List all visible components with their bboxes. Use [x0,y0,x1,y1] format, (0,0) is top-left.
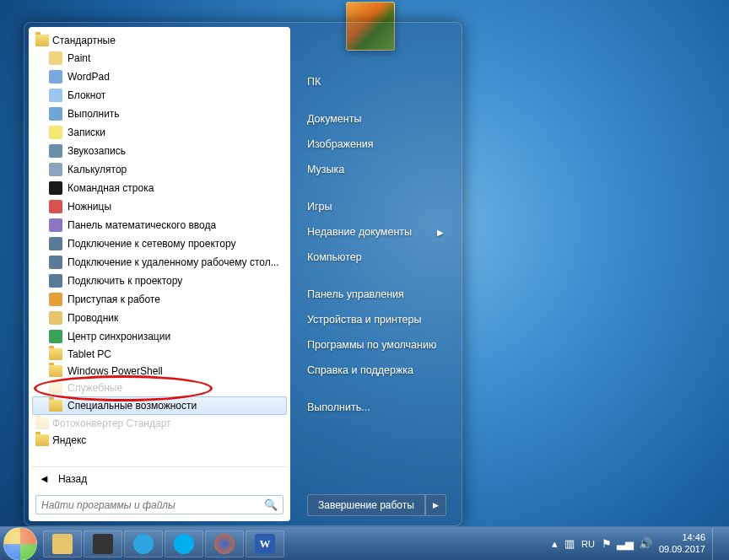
program-item[interactable]: Приступая к работе [32,290,287,309]
subfolder-item[interactable]: Windows PowerShell [32,363,287,380]
program-item[interactable]: Центр синхронизации [32,327,287,346]
subfolder-label: Tablet PC [68,348,111,360]
app-icon [49,237,62,250]
right-item-label: Недавние документы [307,226,412,238]
taskbar-app-1[interactable] [84,530,122,557]
app-icon [49,181,62,195]
program-item[interactable]: Ножницы [32,197,287,216]
start-button[interactable] [3,527,37,561]
right-pane-item[interactable]: Панель управления [302,282,457,307]
program-item[interactable]: Калькулятор [32,160,287,179]
program-label: Выполнить [68,108,120,120]
program-item[interactable]: Блокнот [32,86,287,105]
program-item[interactable]: Подключить к проектору [32,272,287,290]
program-item[interactable]: Звукозапись [32,142,287,160]
program-item[interactable]: Подключение к сетевому проектору [32,234,287,253]
desktop: Стандартные PaintWordPadБлокнотВыполнить… [0,0,729,560]
folder-icon [35,417,49,429]
right-pane-item[interactable]: Компьютер [302,245,457,270]
start-menu-right-pane: ПКДокументыИзображенияМузыкаИгрыНедавние… [290,27,457,521]
back-arrow-icon: ◄ [39,472,50,485]
program-item[interactable]: Подключение к удаленному рабочему стол..… [32,253,287,272]
search-input[interactable] [41,499,264,511]
folder-item[interactable]: Яндекс [32,432,287,449]
taskbar-telegram[interactable] [124,530,163,557]
folder-item[interactable]: Фотоконвертер Стандарт [32,415,287,432]
right-pane-item[interactable]: Недавние документы▶ [302,219,457,245]
system-tray: ▴ ▥ RU ⚑ ▃▅ 🔊 14:46 09.09.2017 [552,528,726,560]
language-indicator[interactable]: RU [581,539,595,549]
right-item-label: Компьютер [307,251,362,263]
folder-label: Стандартные [52,35,116,46]
program-item[interactable]: Выполнить [32,105,287,123]
right-pane-item[interactable]: Музыка [302,157,457,182]
clock[interactable]: 14:46 09.09.2017 [659,532,705,554]
right-pane-item[interactable]: Изображения [302,132,457,157]
right-item-label: Устройства и принтеры [307,314,421,326]
subfolder-label: Специальные возможности [68,400,197,412]
app-icon [49,330,62,343]
program-item[interactable]: WordPad [32,67,287,86]
subfolder-label: Служебные [68,382,122,394]
program-list[interactable]: Стандартные PaintWordPadБлокнотВыполнить… [32,32,287,466]
right-pane-item[interactable]: Справка и поддержка [302,358,457,383]
right-item-label: Программы по умолчанию [307,339,436,351]
subfolder-accessibility[interactable]: Специальные возможности [32,396,287,415]
folder-icon [35,434,49,446]
app-icon [49,51,62,65]
tray-chevron-icon[interactable]: ▴ [552,537,558,550]
start-menu-left-pane: Стандартные PaintWordPadБлокнотВыполнить… [29,27,290,521]
folder-icon [49,365,62,377]
search-box[interactable]: 🔍 [35,495,284,514]
app-icon [49,126,62,139]
program-label: Панель математического ввода [68,219,216,231]
app-icon [49,274,62,288]
program-label: Подключить к проектору [68,275,182,287]
folder-icon [49,382,62,394]
tray-app-icon[interactable]: ▥ [564,537,575,550]
app-icon [49,70,62,83]
subfolder-item[interactable]: Tablet PC [32,346,287,363]
program-label: Звукозапись [68,145,126,157]
show-desktop-button[interactable] [712,528,721,560]
subfolder-item[interactable]: Служебные [32,380,287,396]
taskbar-explorer[interactable] [43,530,82,557]
tray-network-icon[interactable]: ▃▅ [617,537,634,550]
shutdown-options-arrow[interactable]: ▶ [425,494,446,516]
taskbar-firefox[interactable] [205,530,244,557]
right-pane-item[interactable]: Документы [302,106,457,132]
folder-label: Фотоконвертер Стандарт [52,417,171,429]
right-pane-item[interactable]: Устройства и принтеры [302,307,457,332]
search-icon: 🔍 [264,498,278,511]
program-item[interactable]: Проводник [32,309,287,327]
right-pane-item[interactable]: Выполнить... [302,395,457,420]
right-pane-item[interactable]: Игры [302,194,457,219]
right-item-label: ПК [307,76,321,88]
folder-standard[interactable]: Стандартные [32,32,287,49]
submenu-arrow-icon: ▶ [437,228,444,237]
program-label: Проводник [68,312,118,324]
program-item[interactable]: Панель математического ввода [32,216,287,234]
right-item-label: Выполнить... [307,401,370,413]
tray-flag-icon[interactable]: ⚑ [602,537,612,550]
program-label: Paint [68,52,90,64]
program-label: Калькулятор [68,164,127,175]
program-item[interactable]: Командная строка [32,179,287,197]
program-item[interactable]: Записки [32,123,287,142]
clock-date: 09.09.2017 [659,544,705,555]
folder-icon [35,35,49,46]
back-button[interactable]: ◄ Назад [32,466,287,490]
program-label: Приступая к работе [68,293,160,305]
taskbar-word[interactable]: W [246,530,284,557]
shutdown-button[interactable]: Завершение работы [307,494,425,516]
back-label: Назад [58,473,87,485]
tray-volume-icon[interactable]: 🔊 [639,537,652,550]
app-icon [49,144,62,158]
program-item[interactable]: Paint [32,49,287,67]
program-label: Ножницы [68,201,111,213]
right-pane-item[interactable]: Программы по умолчанию [302,332,457,358]
folder-label: Яндекс [52,434,86,446]
program-label: Командная строка [68,182,154,194]
right-pane-item[interactable]: ПК [302,69,457,94]
taskbar-skype[interactable] [165,530,203,557]
